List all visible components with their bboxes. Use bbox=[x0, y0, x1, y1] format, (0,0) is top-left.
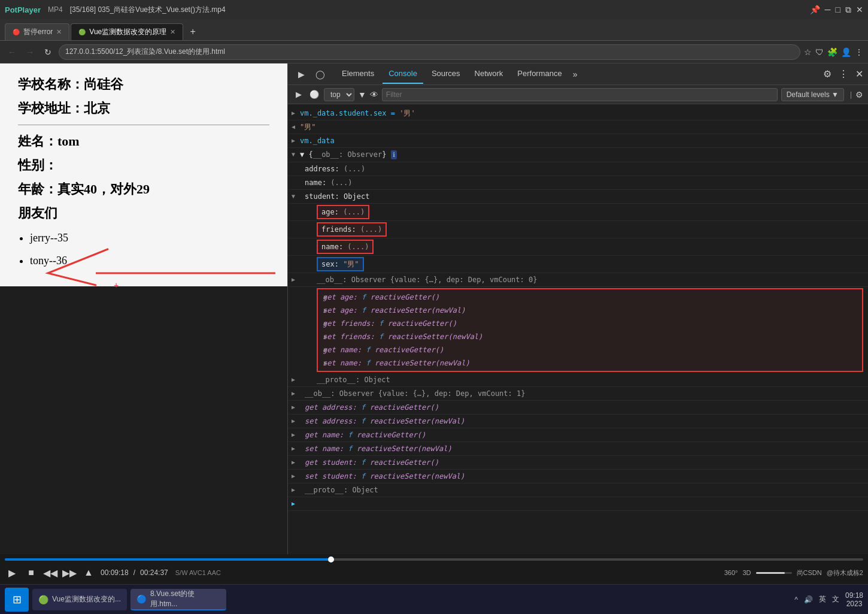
taskbar-lang-1[interactable]: 英 bbox=[819, 594, 826, 604]
console-prompt-text bbox=[300, 500, 304, 508]
console-get-friends-text: get friends: f reactiveGetter() bbox=[323, 319, 457, 328]
name-field: 姓名：tom bbox=[18, 132, 269, 150]
console-arrow-ob-outer[interactable]: ▶ bbox=[292, 389, 295, 398]
address-bar: ← → ↻ ☆ 🛡 🧩 👤 ⋮ bbox=[0, 41, 868, 63]
profile-icon[interactable]: 👤 bbox=[841, 47, 851, 57]
console-context-select[interactable]: top bbox=[324, 88, 354, 101]
devtools-menu-icon[interactable]: ⋮ bbox=[839, 68, 848, 80]
device-icon[interactable]: ◯ bbox=[312, 66, 329, 83]
tab-close-1[interactable]: ✕ bbox=[170, 28, 175, 36]
volume-track[interactable] bbox=[756, 572, 792, 574]
console-arrow-set-address[interactable]: ▶ bbox=[292, 416, 295, 425]
new-tab-button[interactable]: + bbox=[184, 23, 201, 40]
address-input[interactable] bbox=[59, 44, 800, 60]
console-arrow-student[interactable]: ▼ bbox=[292, 192, 295, 201]
taskbar-lang-2[interactable]: 文 bbox=[832, 594, 839, 604]
console-run-button[interactable]: ▶ bbox=[293, 89, 305, 101]
taskbar-volume-icon[interactable]: 🔊 bbox=[804, 595, 813, 604]
devtools-settings-icon[interactable]: ⚙ bbox=[823, 68, 831, 80]
console-gear-icon[interactable]: ⚙ bbox=[855, 90, 863, 99]
console-arrow-get-age[interactable]: ▶ bbox=[324, 292, 327, 301]
console-proto-inner-text: __proto__: Object bbox=[317, 376, 390, 384]
start-button[interactable]: ⊞ bbox=[5, 588, 29, 612]
console-line-get-age: ▶ get age: f reactiveGetter() bbox=[320, 291, 860, 304]
age-field: 年龄：真实40，对外29 bbox=[18, 180, 269, 198]
browser-tab-0[interactable]: 🔴 暂停error ✕ bbox=[5, 23, 69, 40]
devtools-close-icon[interactable]: ✕ bbox=[855, 68, 863, 80]
progress-track[interactable] bbox=[5, 558, 863, 561]
taskbar-item-0[interactable]: 🟢 Vue监测数据改变的... bbox=[32, 589, 127, 610]
media-time-current: 00:09:18 bbox=[101, 568, 129, 577]
console-arrow-set-friends[interactable]: ▶ bbox=[324, 332, 327, 341]
console-arrow-set-age[interactable]: ▶ bbox=[324, 306, 327, 314]
friend-item-1: tony--36 bbox=[30, 251, 269, 270]
console-set-friends-text: set friends: f reactiveSetter(newVal) bbox=[323, 332, 482, 341]
media-label-user[interactable]: @待木成栋2 bbox=[827, 568, 863, 577]
devtools-more-tabs[interactable]: » bbox=[573, 69, 578, 79]
console-arrow-obj[interactable]: ▼ bbox=[292, 150, 295, 159]
console-arrow-ob-inner[interactable]: ▶ bbox=[292, 275, 295, 284]
console-arrow-proto-inner[interactable]: ▶ bbox=[292, 375, 295, 384]
console-filter-input[interactable] bbox=[382, 88, 778, 101]
console-line-set-address: ▶ set address: f reactiveSetter(newVal) bbox=[288, 415, 868, 428]
media-bar: ▶ ■ ◀◀ ▶▶ ▲ 00:09:18 / 00:24:37 S/W AVC1… bbox=[0, 554, 868, 584]
console-eye-icon[interactable]: 👁 bbox=[370, 90, 378, 99]
taskbar-caret-icon[interactable]: ^ bbox=[794, 595, 798, 604]
console-line-address: address: (...) bbox=[288, 162, 868, 176]
console-arrow-get-name2[interactable]: ▶ bbox=[292, 430, 295, 439]
console-arrow-get-friends[interactable]: ▶ bbox=[324, 319, 327, 328]
reload-button[interactable]: ↻ bbox=[41, 45, 55, 59]
console-prompt-line[interactable]: ▶ bbox=[288, 497, 868, 511]
console-arrow-set-name2[interactable]: ▶ bbox=[292, 444, 295, 453]
console-line-student: ▼ student: Object bbox=[288, 190, 868, 204]
console-arrow-2[interactable]: ▶ bbox=[292, 136, 295, 145]
console-stop-button[interactable]: ⚪ bbox=[308, 89, 320, 101]
console-arrow-set-student[interactable]: ▶ bbox=[292, 471, 295, 480]
console-line-input-1: ▶ vm._data.student.sex = '男' bbox=[288, 107, 868, 120]
tab-performance[interactable]: Performance bbox=[511, 65, 567, 84]
console-line-output-1: ◀ "男" bbox=[288, 120, 868, 134]
console-line-get-name2: ▶ get name: f reactiveGetter() bbox=[288, 428, 868, 442]
tab-network[interactable]: Network bbox=[469, 65, 509, 84]
shield-icon[interactable]: 🛡 bbox=[815, 47, 824, 57]
taskbar-item-1[interactable]: 🔵 8.Vue.set的使用.htm... bbox=[130, 589, 226, 610]
console-levels-button[interactable]: Default levels ▼ bbox=[781, 88, 844, 101]
console-arrow-get-student[interactable]: ▶ bbox=[292, 458, 295, 467]
maximize-icon[interactable]: □ bbox=[836, 5, 840, 15]
back-button[interactable]: ← bbox=[5, 45, 19, 59]
eject-button[interactable]: ▲ bbox=[81, 565, 96, 580]
minimize-icon[interactable]: ─ bbox=[825, 5, 831, 15]
browser-tab-1[interactable]: 🟢 Vue监测数据改变的原理 ✕ bbox=[71, 23, 183, 40]
extensions-icon[interactable]: 🧩 bbox=[827, 47, 837, 57]
console-set-address-text: set address: f reactiveSetter(newVal) bbox=[305, 417, 465, 425]
prev-button[interactable]: ◀◀ bbox=[43, 565, 57, 580]
tab-sources[interactable]: Sources bbox=[426, 65, 466, 84]
pin-icon[interactable]: 📌 bbox=[810, 5, 820, 15]
menu-icon[interactable]: ⋮ bbox=[855, 47, 863, 57]
tab-close-0[interactable]: ✕ bbox=[56, 28, 62, 36]
console-ob-inner-text: __ob__: Observer {value: {…}, dep: Dep, … bbox=[317, 276, 537, 284]
tab-console[interactable]: Console bbox=[383, 65, 423, 84]
stop-button[interactable]: ■ bbox=[24, 565, 38, 580]
media-label-3d[interactable]: 3D bbox=[742, 569, 751, 576]
play-button[interactable]: ▶ bbox=[5, 565, 19, 580]
restore-icon[interactable]: ⧉ bbox=[845, 5, 851, 15]
close-icon[interactable]: ✕ bbox=[856, 5, 863, 15]
next-button[interactable]: ▶▶ bbox=[62, 565, 77, 580]
console-arrow-proto-outer[interactable]: ▶ bbox=[292, 485, 295, 494]
media-label-csdn[interactable]: 尚CSDN bbox=[797, 568, 822, 577]
console-arrow-set-name[interactable]: ▶ bbox=[324, 358, 327, 367]
console-line-input-2: ▶ vm._data bbox=[288, 134, 868, 148]
console-arrow-1[interactable]: ▶ bbox=[292, 108, 295, 117]
cursor-icon[interactable]: ▶ bbox=[293, 66, 309, 83]
media-label-360[interactable]: 360° bbox=[724, 569, 738, 576]
potplayer-logo[interactable]: PotPlayer bbox=[5, 5, 41, 14]
media-controls: ▶ ■ ◀◀ ▶▶ ▲ 00:09:18 / 00:24:37 S/W AVC1… bbox=[5, 565, 863, 580]
forward-button[interactable]: → bbox=[23, 45, 37, 59]
tab-elements[interactable]: Elements bbox=[336, 65, 380, 84]
page-left-wrapper: 学校名称：尚硅谷 学校地址：北京 姓名：tom 性别： 年龄：真实40，对外29… bbox=[0, 63, 287, 554]
console-arrow-get-address[interactable]: ▶ bbox=[292, 403, 295, 412]
bookmark-icon[interactable]: ☆ bbox=[804, 47, 812, 57]
console-age-highlighted: age: (...) bbox=[317, 205, 369, 219]
console-arrow-get-name[interactable]: ▶ bbox=[324, 345, 327, 354]
